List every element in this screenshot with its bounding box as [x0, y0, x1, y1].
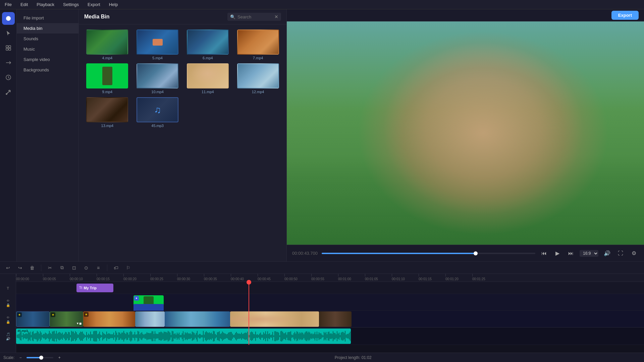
- menu-export[interactable]: Export: [86, 1, 102, 8]
- sidebar-icon-home[interactable]: [2, 12, 15, 25]
- media-thumb-4mp4: [86, 29, 128, 55]
- undo-button[interactable]: ↩: [3, 263, 13, 273]
- lock-icon[interactable]: 🔒: [6, 303, 10, 307]
- sidebar-icon-cursor[interactable]: [2, 27, 15, 40]
- menu-help[interactable]: Help: [108, 1, 119, 8]
- redo-button[interactable]: ↪: [15, 263, 25, 273]
- project-length-label: Project length: 01:02: [335, 355, 372, 360]
- panel-sample-video[interactable]: Sample video: [17, 54, 78, 65]
- scale-decrease-button[interactable]: −: [17, 354, 24, 361]
- media-item-13mp4[interactable]: 13.mp4: [84, 97, 131, 128]
- media-item-45mp3[interactable]: ♫ 45.mp3: [134, 97, 181, 128]
- video-clip-6[interactable]: [230, 311, 319, 327]
- sidebar-icon-effects[interactable]: [2, 42, 15, 54]
- media-item-7mp4[interactable]: 7.mp4: [234, 29, 281, 60]
- delete-button[interactable]: 🗑: [28, 263, 37, 273]
- crop-button[interactable]: ⊡: [69, 263, 79, 273]
- panel-music[interactable]: Music: [17, 44, 78, 54]
- effect-clip[interactable]: [133, 304, 164, 311]
- search-clear-icon[interactable]: ✕: [274, 14, 278, 19]
- copy-button[interactable]: ⧉: [57, 263, 67, 273]
- toolbar-separator-1: [41, 264, 41, 271]
- ruler-mark-35s: 00:00:35: [204, 274, 217, 281]
- panel-file-import[interactable]: File import: [17, 13, 78, 23]
- video-clip-3[interactable]: ★: [83, 311, 135, 327]
- media-item-4mp4[interactable]: 4.mp4: [84, 29, 131, 60]
- media-item-12mp4[interactable]: 12.mp4: [234, 63, 281, 94]
- media-bin-header: Media Bin 🔍 ✕: [79, 9, 286, 24]
- audio-mute-icon[interactable]: 🔊: [6, 337, 10, 341]
- aspect-ratio-select[interactable]: 16:9 9:16 1:1 4:3: [580, 250, 598, 257]
- sidebar-icon-tools[interactable]: [2, 86, 15, 99]
- sidebar-icon-transitions[interactable]: [2, 56, 15, 69]
- search-input[interactable]: [237, 14, 272, 19]
- media-thumb-12mp4: [237, 63, 279, 88]
- waveform-bars: [16, 328, 351, 344]
- main-area: File import Media bin Sounds Music Sampl…: [0, 9, 644, 261]
- audio-eye-icon[interactable]: 🎵: [6, 333, 10, 336]
- title-track-icon[interactable]: T: [0, 282, 16, 295]
- menu-settings[interactable]: Settings: [62, 1, 80, 8]
- scale-increase-button[interactable]: +: [56, 354, 63, 361]
- skip-forward-button[interactable]: ⏭: [566, 249, 576, 258]
- flag-button[interactable]: ⚐: [123, 263, 133, 273]
- fx-badge: ✦: [134, 296, 139, 301]
- menu-file[interactable]: File: [3, 1, 13, 8]
- panel-backgrounds[interactable]: Backgrounds: [17, 65, 78, 75]
- media-item-9mp4[interactable]: 9.mp4: [84, 63, 131, 94]
- cut-button[interactable]: ✂: [45, 263, 55, 273]
- timer-button[interactable]: ⊙: [82, 263, 91, 273]
- scale-slider[interactable]: [26, 357, 53, 358]
- svg-rect-4: [9, 48, 11, 50]
- media-item-10mp4[interactable]: 10.mp4: [134, 63, 181, 94]
- video-clip-1[interactable]: ★: [16, 311, 50, 327]
- media-item-5mp4[interactable]: 5.mp4: [134, 29, 181, 60]
- ruler-mark-30s: 00:00:30: [177, 274, 190, 281]
- media-grid: 4.mp4 5.mp4 6.mp4 7.mp4: [79, 24, 286, 133]
- video-clip-7[interactable]: [319, 311, 352, 327]
- menu-edit[interactable]: Edit: [19, 1, 29, 8]
- media-thumb-5mp4: [137, 29, 178, 55]
- fullscreen-button[interactable]: ⛶: [616, 249, 625, 258]
- volume-button[interactable]: 🔊: [602, 249, 612, 258]
- audio-track-row: 45.mp3: [16, 327, 644, 345]
- sticker-button[interactable]: 🏷: [111, 263, 121, 273]
- svg-rect-3: [6, 48, 8, 50]
- sidebar-icon-clock[interactable]: [2, 71, 15, 84]
- music-note-icon: ♫: [137, 98, 178, 122]
- panel-media-bin[interactable]: Media bin: [17, 23, 78, 34]
- settings-button[interactable]: ⚙: [629, 249, 639, 258]
- ruler-mark-0: 00:00:00: [16, 274, 29, 281]
- panel-sounds[interactable]: Sounds: [17, 34, 78, 44]
- media-thumb-9mp4: [86, 63, 128, 88]
- media-label-6mp4: 6.mp4: [203, 56, 213, 60]
- play-button[interactable]: ▶: [553, 249, 562, 258]
- ruler-mark-40s: 00:00:40: [231, 274, 244, 281]
- timeline-playhead[interactable]: [249, 282, 249, 345]
- media-label-45mp3: 45.mp3: [151, 124, 164, 128]
- ruler-mark-1m15s: 00:01:15: [419, 274, 432, 281]
- video-clip-4[interactable]: [135, 311, 165, 327]
- video-eye-icon[interactable]: 👁: [6, 316, 10, 319]
- media-thumb-45mp3: ♫: [137, 97, 178, 122]
- audio-waveform[interactable]: 45.mp3: [16, 328, 351, 344]
- title-clip[interactable]: Tt My Trip: [76, 284, 113, 292]
- skip-back-button[interactable]: ⏮: [539, 249, 549, 258]
- video-clip-2[interactable]: ★ ▼◼: [50, 311, 83, 327]
- list-button[interactable]: ≡: [94, 263, 103, 273]
- video-lock-icon[interactable]: 🔒: [6, 320, 10, 324]
- progress-bar-fill: [322, 253, 476, 254]
- media-label-4mp4: 4.mp4: [102, 56, 113, 60]
- eye-icon[interactable]: 👁: [6, 299, 10, 303]
- media-item-6mp4[interactable]: 6.mp4: [184, 29, 231, 60]
- preview-progress-bar[interactable]: [322, 253, 535, 254]
- export-button[interactable]: Export: [611, 11, 639, 20]
- media-item-11mp4[interactable]: 11.mp4: [184, 63, 231, 94]
- search-box[interactable]: 🔍 ✕: [227, 13, 281, 21]
- ruler-mark-1m25s: 00:01:25: [472, 274, 485, 281]
- menu-playback[interactable]: Playback: [35, 1, 56, 8]
- preview-time-display: 00:00:43.700: [292, 251, 318, 256]
- video-clip-5[interactable]: [165, 311, 230, 327]
- scale-thumb: [39, 356, 43, 360]
- timeline-content[interactable]: 00:00:00 00:00:05 00:00:10 00:00:15 00:0…: [16, 274, 644, 353]
